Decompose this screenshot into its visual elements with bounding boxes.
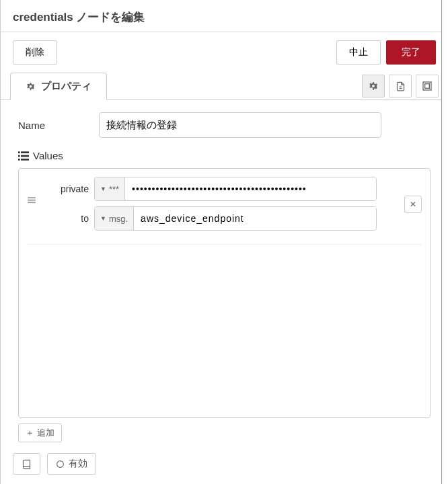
svg-rect-6 [18, 159, 20, 161]
list-icon [18, 151, 29, 161]
svg-point-11 [57, 460, 64, 467]
tab-label: プロパティ [41, 80, 91, 93]
type-selector-to[interactable]: ▼ msg. [95, 207, 134, 230]
gear-icon [368, 81, 379, 91]
plus-icon: ＋ [26, 427, 34, 439]
svg-rect-3 [21, 151, 29, 153]
tab-properties[interactable]: プロパティ [10, 73, 107, 100]
svg-rect-0 [423, 82, 431, 90]
name-input[interactable] [99, 112, 381, 138]
svg-rect-2 [18, 151, 20, 153]
close-icon: ✕ [410, 200, 416, 209]
resize-edge[interactable] [441, 0, 448, 484]
svg-rect-10 [28, 202, 36, 203]
type-label: *** [109, 184, 119, 194]
box-icon [422, 81, 433, 91]
docs-button[interactable] [13, 453, 40, 475]
chevron-down-icon: ▼ [100, 186, 106, 192]
values-list: private ▼ *** to ▼ [18, 168, 431, 418]
svg-rect-1 [425, 84, 430, 89]
chevron-down-icon: ▼ [100, 215, 106, 222]
enabled-toggle[interactable]: 有効 [47, 453, 96, 475]
delete-item-button[interactable]: ✕ [404, 196, 422, 213]
add-button[interactable]: ＋ 追加 [18, 424, 62, 442]
cancel-button[interactable]: 中止 [336, 40, 381, 65]
add-label: 追加 [37, 427, 54, 439]
done-button[interactable]: 完了 [386, 40, 436, 65]
drag-handle-icon[interactable] [27, 177, 39, 205]
svg-rect-8 [28, 197, 36, 198]
to-value-input[interactable] [134, 207, 376, 230]
appearance-view-button[interactable] [416, 75, 439, 97]
values-label: Values [33, 150, 63, 161]
panel-title: credentials ノードを編集 [13, 9, 436, 25]
file-icon [396, 81, 406, 91]
delete-button[interactable]: 削除 [13, 40, 57, 65]
book-icon [22, 459, 32, 469]
field-label-private: private [44, 184, 89, 194]
svg-rect-9 [28, 200, 36, 201]
gear-icon [26, 81, 36, 91]
description-view-button[interactable] [389, 75, 412, 97]
private-value-input[interactable] [125, 177, 376, 200]
list-item: private ▼ *** to ▼ [27, 177, 422, 245]
svg-rect-5 [21, 155, 29, 157]
properties-view-button[interactable] [362, 75, 385, 97]
name-label: Name [18, 120, 99, 131]
svg-rect-4 [18, 155, 20, 157]
type-selector-private[interactable]: ▼ *** [95, 177, 125, 200]
type-label: msg. [109, 214, 128, 224]
circle-icon [56, 460, 65, 469]
enabled-label: 有効 [69, 458, 87, 470]
field-label-to: to [44, 213, 89, 224]
svg-rect-7 [21, 159, 29, 161]
